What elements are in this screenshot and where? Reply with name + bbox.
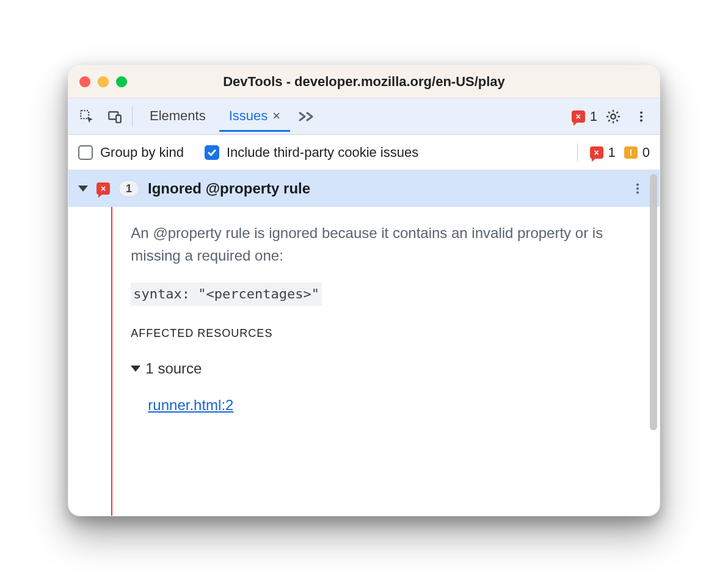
tab-elements[interactable]: Elements (140, 101, 216, 132)
svg-point-7 (636, 184, 639, 186)
error-badge-icon: × (590, 146, 603, 159)
issue-title: Ignored @property rule (148, 180, 617, 197)
issue-body-wrap: An @property rule is ignored because it … (68, 207, 660, 516)
warning-badge-icon: ! (624, 146, 638, 159)
include-third-party-checkbox[interactable] (205, 145, 219, 160)
issue-body: An @property rule is ignored because it … (112, 207, 660, 516)
include-third-party-label: Include third-party cookie issues (227, 145, 418, 161)
svg-point-4 (640, 111, 642, 114)
topbar-error-count-value: 1 (590, 109, 597, 125)
window-title: DevTools - developer.mozilla.org/en-US/p… (68, 74, 660, 90)
device-toolbar-icon[interactable] (103, 104, 127, 129)
source-link[interactable]: runner.html:2 (148, 394, 233, 416)
affected-resources-heading: Affected Resources (131, 325, 624, 342)
svg-rect-2 (116, 115, 121, 122)
maximize-window-button[interactable] (116, 76, 127, 87)
devtools-window: DevTools - developer.mozilla.org/en-US/p… (68, 65, 660, 516)
settings-gear-icon[interactable] (601, 104, 625, 129)
group-by-kind-label: Group by kind (100, 145, 184, 161)
tab-strip: Elements Issues × × 1 (68, 98, 660, 135)
error-badge-icon: × (96, 182, 110, 195)
window-controls (79, 76, 127, 87)
issue-code: syntax: "<percentages>" (131, 283, 322, 306)
svg-point-8 (636, 187, 639, 190)
close-window-button[interactable] (79, 76, 90, 87)
options-error-count-value: 1 (608, 145, 616, 161)
source-count-row[interactable]: 1 source (131, 357, 624, 380)
expand-triangle-icon[interactable] (131, 366, 140, 372)
titlebar: DevTools - developer.mozilla.org/en-US/p… (68, 65, 660, 98)
group-by-kind-checkbox[interactable] (78, 145, 93, 160)
svg-point-6 (640, 119, 642, 121)
scrollbar[interactable] (650, 174, 657, 430)
more-tabs-button[interactable] (297, 108, 318, 125)
inspect-element-icon[interactable] (75, 104, 99, 129)
tab-issues-label: Issues (229, 109, 268, 123)
issue-description: An @property rule is ignored because it … (131, 222, 624, 267)
issue-more-icon[interactable] (625, 176, 650, 201)
more-options-icon[interactable] (629, 104, 653, 129)
options-warn-count-value: 0 (642, 145, 650, 161)
options-bar: Group by kind Include third-party cookie… (68, 135, 660, 170)
svg-point-3 (611, 114, 615, 118)
svg-point-9 (636, 191, 639, 193)
issue-header[interactable]: × 1 Ignored @property rule (68, 170, 660, 207)
error-badge-icon: × (572, 110, 585, 123)
options-error-count[interactable]: × 1 (590, 145, 616, 161)
separator (577, 143, 578, 162)
separator (132, 106, 133, 127)
expand-triangle-icon[interactable] (78, 186, 88, 192)
options-warn-count[interactable]: ! 0 (624, 145, 650, 161)
topbar-error-count[interactable]: × 1 (572, 109, 597, 125)
tab-issues[interactable]: Issues × (219, 101, 290, 132)
source-count-label: 1 source (145, 357, 202, 380)
issue-count-pill: 1 (118, 180, 139, 197)
close-tab-icon[interactable]: × (272, 109, 280, 123)
svg-point-5 (640, 115, 642, 117)
tab-elements-label: Elements (150, 109, 206, 123)
issues-panel: × 1 Ignored @property rule An @property … (68, 170, 660, 516)
minimize-window-button[interactable] (98, 76, 109, 87)
